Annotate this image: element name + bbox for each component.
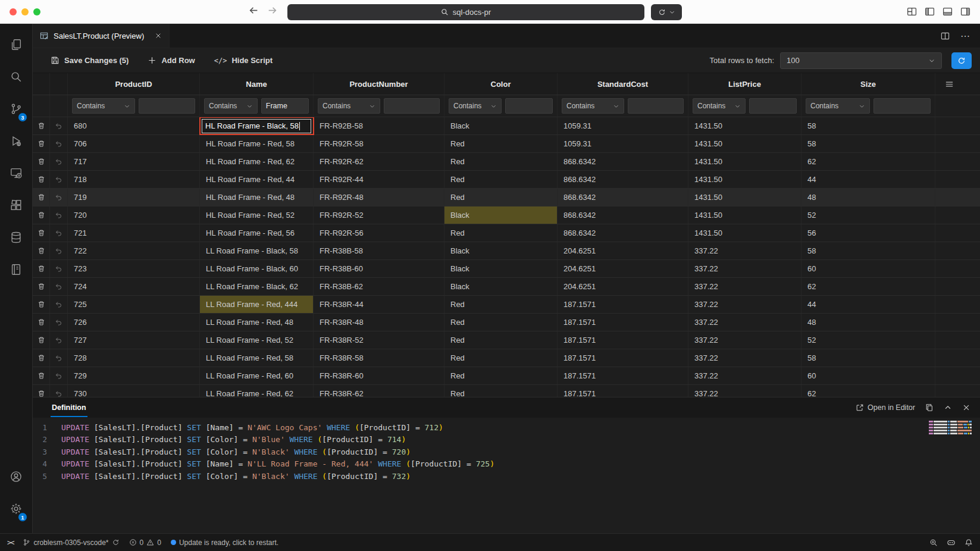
open-in-editor-button[interactable]: Open in Editor (856, 403, 915, 412)
table-cell[interactable]: LL Road Frame - Black, 58 (200, 242, 314, 259)
table-cell[interactable]: 729 (68, 367, 200, 384)
copilot-icon[interactable] (947, 538, 956, 547)
delete-row-button[interactable] (33, 367, 50, 384)
table-cell[interactable]: 337.22 (688, 349, 801, 367)
table-row[interactable]: 728LL Road Frame - Red, 58FR-R38R-58Red1… (33, 349, 980, 367)
revert-row-button[interactable] (50, 206, 68, 224)
revert-row-button[interactable] (50, 385, 68, 397)
table-cell[interactable]: LL Road Frame - Red, 52 (200, 331, 314, 349)
table-cell[interactable]: 337.22 (688, 278, 801, 295)
table-cell[interactable]: 726 (68, 314, 200, 331)
filter-input-standardcost[interactable] (628, 98, 684, 114)
command-center-search[interactable]: sql-docs-pr (287, 4, 644, 20)
customize-layout-icon[interactable] (907, 7, 917, 17)
table-cell[interactable]: 62 (801, 278, 935, 295)
table-cell[interactable]: 868.6342 (558, 171, 688, 188)
delete-row-button[interactable] (33, 296, 50, 313)
table-cell[interactable]: 717 (68, 153, 200, 170)
table-row[interactable]: 726LL Road Frame - Red, 48FR-R38R-48Red1… (33, 314, 980, 331)
table-cell[interactable]: LL Road Frame - Red, 48 (200, 314, 314, 331)
delete-row-button[interactable] (33, 331, 50, 349)
panel-tab-definition[interactable]: Definition (51, 398, 87, 417)
filter-operator-dropdown[interactable]: Contains (806, 98, 870, 114)
table-cell[interactable]: 56 (801, 224, 935, 242)
table-cell[interactable]: 337.22 (688, 314, 801, 331)
filter-input-color[interactable] (505, 98, 553, 114)
table-cell[interactable]: 718 (68, 171, 200, 188)
table-row[interactable]: 721HL Road Frame - Red, 56FR-R92R-56Red8… (33, 224, 980, 242)
table-row[interactable]: 722LL Road Frame - Black, 58FR-R38B-58Bl… (33, 242, 980, 260)
delete-row-button[interactable] (33, 171, 50, 188)
table-cell[interactable]: FR-R92R-52 (314, 206, 444, 224)
table-row[interactable]: 706HL Road Frame - Red, 58FR-R92R-58Red1… (33, 135, 980, 153)
minimize-window-button[interactable] (21, 8, 29, 15)
column-header-standardcost[interactable]: StandardCost (558, 73, 688, 95)
filter-operator-dropdown[interactable]: Contains (72, 98, 135, 114)
toggle-panel-icon[interactable] (943, 7, 953, 17)
table-cell[interactable]: LL Road Frame - Red, 444 (200, 296, 314, 313)
filter-operator-dropdown[interactable]: Contains (204, 98, 258, 114)
table-cell[interactable]: 187.1571 (558, 296, 688, 313)
table-row[interactable]: 723LL Road Frame - Black, 60FR-R38B-60Bl… (33, 260, 980, 278)
table-cell[interactable]: 1431.50 (688, 206, 801, 224)
table-cell[interactable]: 868.6342 (558, 189, 688, 206)
table-cell[interactable]: Black (444, 260, 558, 277)
table-cell[interactable]: FR-R92R-58 (314, 135, 444, 152)
revert-row-button[interactable] (50, 349, 68, 367)
table-cell[interactable]: LL Road Frame - Red, 62 (200, 385, 314, 397)
table-cell[interactable]: 680 (68, 117, 200, 134)
table-cell[interactable]: 724 (68, 278, 200, 295)
table-cell[interactable]: FR-R38R-60 (314, 367, 444, 384)
toggle-secondary-sidebar-icon[interactable] (960, 7, 970, 17)
table-cell[interactable]: 52 (801, 206, 935, 224)
table-row[interactable]: 724LL Road Frame - Black, 62FR-R38B-62Bl… (33, 278, 980, 296)
table-cell[interactable]: Black (444, 117, 558, 134)
delete-row-button[interactable] (33, 135, 50, 152)
filter-input-listprice[interactable] (749, 98, 797, 114)
revert-row-button[interactable] (50, 171, 68, 188)
update-status-item[interactable]: Update is ready, click to restart. (171, 539, 278, 547)
table-cell[interactable]: Red (444, 189, 558, 206)
table-cell[interactable]: FR-R38R-48 (314, 314, 444, 331)
table-cell[interactable]: 727 (68, 331, 200, 349)
table-cell[interactable]: 868.6342 (558, 206, 688, 224)
table-cell[interactable]: 337.22 (688, 331, 801, 349)
save-changes-button[interactable]: Save Changes (5) (51, 56, 129, 65)
table-cell[interactable]: Red (444, 349, 558, 367)
table-cell[interactable]: 706 (68, 135, 200, 152)
table-cell[interactable]: Red (444, 135, 558, 152)
table-cell[interactable]: HL Road Frame - Red, 48 (200, 189, 314, 206)
revert-row-button[interactable] (50, 296, 68, 313)
cell-edit-input[interactable]: HL Road Frame - Black, 58 (202, 119, 311, 133)
table-cell[interactable]: 44 (801, 171, 935, 188)
table-cell[interactable]: 52 (801, 331, 935, 349)
table-cell[interactable]: LL Road Frame - Black, 62 (200, 278, 314, 295)
table-cell[interactable]: FR-R38R-62 (314, 385, 444, 397)
copy-icon[interactable] (925, 403, 934, 412)
table-cell[interactable]: Red (444, 153, 558, 170)
forward-button[interactable] (267, 5, 277, 15)
delete-row-button[interactable] (33, 206, 50, 224)
table-cell[interactable]: HL Road Frame - Red, 58 (200, 135, 314, 152)
revert-row-button[interactable] (50, 278, 68, 295)
table-cell[interactable]: 1431.50 (688, 135, 801, 152)
table-cell[interactable]: 1431.50 (688, 117, 801, 134)
filter-input-productid[interactable] (139, 98, 195, 114)
table-cell[interactable]: FR-R38R-44 (314, 296, 444, 313)
zoom-icon[interactable] (929, 539, 938, 547)
table-row[interactable]: 727LL Road Frame - Red, 52FR-R38R-52Red1… (33, 331, 980, 349)
table-row[interactable]: 719HL Road Frame - Red, 48FR-R92R-48Red8… (33, 189, 980, 206)
table-cell[interactable]: FR-R38B-58 (314, 242, 444, 259)
table-cell[interactable]: HL Road Frame - Red, 62 (200, 153, 314, 170)
table-cell[interactable]: 337.22 (688, 260, 801, 277)
sidebar-item-source-control[interactable]: 3 (0, 93, 32, 125)
filter-input-size[interactable] (873, 98, 931, 114)
table-cell[interactable]: 187.1571 (558, 385, 688, 397)
table-cell[interactable]: HL Road Frame - Red, 44 (200, 171, 314, 188)
table-cell[interactable]: 204.6251 (558, 242, 688, 259)
table-cell[interactable]: 204.6251 (558, 278, 688, 295)
delete-row-button[interactable] (33, 224, 50, 242)
table-cell[interactable]: 48 (801, 189, 935, 206)
column-header-name[interactable]: Name (200, 73, 314, 95)
delete-row-button[interactable] (33, 189, 50, 206)
